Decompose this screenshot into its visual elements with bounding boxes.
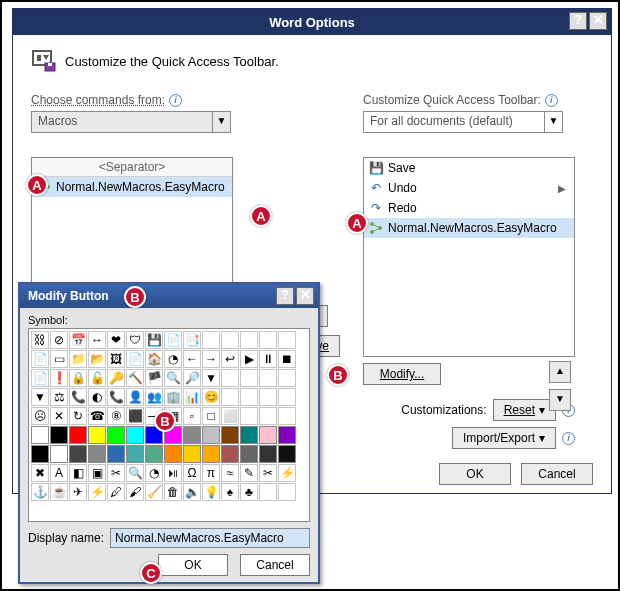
symbol-cell[interactable]: 🧹	[145, 483, 163, 501]
symbol-cell[interactable]: ▶	[240, 350, 258, 368]
symbol-cell[interactable]: 🖼	[107, 350, 125, 368]
dialog-ok-button[interactable]: OK	[158, 554, 228, 576]
close-button[interactable]: ✕	[589, 12, 607, 30]
qat-item-save[interactable]: 💾 Save	[364, 158, 574, 178]
symbol-color-cell[interactable]	[259, 445, 277, 463]
symbol-cell[interactable]: 💾	[145, 331, 163, 349]
symbol-cell[interactable]	[240, 369, 258, 387]
symbol-color-cell[interactable]	[69, 426, 87, 444]
symbol-cell[interactable]: 📂	[88, 350, 106, 368]
symbol-cell[interactable]: ▫	[183, 407, 201, 425]
symbol-cell[interactable]: ♣	[240, 483, 258, 501]
import-export-button[interactable]: Import/Export ▾	[452, 427, 556, 449]
symbol-cell[interactable]: ▼	[202, 369, 220, 387]
symbol-cell[interactable]: 📄	[164, 331, 182, 349]
symbol-cell[interactable]: 📅	[69, 331, 87, 349]
symbol-cell[interactable]: 🗑	[164, 483, 182, 501]
symbol-cell[interactable]: 👥	[145, 388, 163, 406]
symbol-cell[interactable]: ⚓	[31, 483, 49, 501]
symbol-cell[interactable]: 🏢	[164, 388, 182, 406]
qat-item-undo[interactable]: ↶ Undo ▶	[364, 178, 574, 198]
symbol-cell[interactable]: 🏠	[145, 350, 163, 368]
symbol-cell[interactable]: ◧	[69, 464, 87, 482]
symbol-cell[interactable]: ✈	[69, 483, 87, 501]
symbol-cell[interactable]: 📄	[31, 369, 49, 387]
move-down-button[interactable]: ▼	[549, 389, 571, 411]
symbol-cell[interactable]	[259, 407, 277, 425]
symbol-cell[interactable]	[202, 331, 220, 349]
scope-dropdown[interactable]: For all documents (default) ▼	[363, 111, 563, 133]
symbol-cell[interactable]: 📁	[69, 350, 87, 368]
macro-command-item[interactable]: Normal.NewMacros.EasyMacro	[32, 177, 232, 197]
separator-item[interactable]: <Separator>	[32, 158, 232, 177]
display-name-input[interactable]	[110, 528, 310, 548]
symbol-cell[interactable]: 📄	[31, 350, 49, 368]
symbol-cell[interactable]: ⛓	[31, 331, 49, 349]
symbol-cell[interactable]	[240, 388, 258, 406]
symbol-cell[interactable]: ◔	[164, 350, 182, 368]
symbol-cell[interactable]: 🔎	[183, 369, 201, 387]
symbol-cell[interactable]: ⚡	[88, 483, 106, 501]
symbol-cell[interactable]: 🛡	[126, 331, 144, 349]
symbol-cell[interactable]	[259, 483, 277, 501]
symbol-cell[interactable]: 🏴	[145, 369, 163, 387]
dialog-cancel-button[interactable]: Cancel	[240, 554, 310, 576]
symbol-cell[interactable]: ✂	[107, 464, 125, 482]
symbol-cell[interactable]: ≈	[221, 464, 239, 482]
symbol-cell[interactable]: 📞	[69, 388, 87, 406]
symbol-cell[interactable]: ☎	[88, 407, 106, 425]
symbol-cell[interactable]	[278, 369, 296, 387]
symbol-cell[interactable]: ❤	[107, 331, 125, 349]
ok-button[interactable]: OK	[439, 463, 511, 485]
symbol-cell[interactable]: □	[202, 407, 220, 425]
symbol-color-cell[interactable]	[221, 426, 239, 444]
symbol-cell[interactable]	[278, 483, 296, 501]
symbol-cell[interactable]	[278, 407, 296, 425]
symbol-cell[interactable]: ⚡	[278, 464, 296, 482]
close-button[interactable]: ✕	[296, 287, 314, 305]
symbol-color-cell[interactable]	[240, 426, 258, 444]
symbol-color-cell[interactable]	[240, 445, 258, 463]
symbol-color-cell[interactable]	[183, 445, 201, 463]
symbol-cell[interactable]	[259, 369, 277, 387]
symbol-color-cell[interactable]	[202, 445, 220, 463]
symbol-cell[interactable]: π	[202, 464, 220, 482]
symbol-cell[interactable]: ☕	[50, 483, 68, 501]
symbol-color-cell[interactable]	[202, 426, 220, 444]
reset-button[interactable]: Reset ▾	[493, 399, 556, 421]
cancel-button[interactable]: Cancel	[521, 463, 593, 485]
symbol-color-cell[interactable]	[88, 445, 106, 463]
symbol-color-cell[interactable]	[107, 445, 125, 463]
symbol-cell[interactable]: ◐	[88, 388, 106, 406]
symbol-color-cell[interactable]	[50, 426, 68, 444]
symbol-cell[interactable]: 📄	[126, 350, 144, 368]
symbol-cell[interactable]: ❗	[50, 369, 68, 387]
symbol-cell[interactable]: A	[50, 464, 68, 482]
symbol-cell[interactable]: ▣	[88, 464, 106, 482]
symbol-cell[interactable]: ↩	[221, 350, 239, 368]
symbol-cell[interactable]	[278, 388, 296, 406]
symbol-cell[interactable]: ⊘	[50, 331, 68, 349]
qat-list[interactable]: 💾 Save ↶ Undo ▶ ↷ Redo	[363, 157, 575, 357]
symbol-cell[interactable]: ⑧	[107, 407, 125, 425]
symbol-cell[interactable]: ☹	[31, 407, 49, 425]
symbol-cell[interactable]	[240, 407, 258, 425]
symbol-color-cell[interactable]	[221, 445, 239, 463]
symbol-cell[interactable]: ⬜	[221, 407, 239, 425]
modify-button[interactable]: Modify...	[363, 363, 441, 385]
symbol-cell[interactable]	[259, 388, 277, 406]
symbol-cell[interactable]: 📑	[183, 331, 201, 349]
chevron-down-icon[interactable]: ▼	[212, 112, 230, 132]
symbol-cell[interactable]: ⬛	[126, 407, 144, 425]
symbol-cell[interactable]	[278, 331, 296, 349]
symbol-color-cell[interactable]	[278, 426, 296, 444]
symbol-cell[interactable]: ◔	[145, 464, 163, 482]
symbol-cell[interactable]	[221, 388, 239, 406]
symbol-color-cell[interactable]	[31, 445, 49, 463]
choose-dropdown[interactable]: Macros ▼	[31, 111, 231, 133]
symbol-cell[interactable]: ▭	[50, 350, 68, 368]
symbol-color-cell[interactable]	[88, 426, 106, 444]
symbol-cell[interactable]: ✕	[50, 407, 68, 425]
symbol-cell[interactable]: 😊	[202, 388, 220, 406]
symbol-cell[interactable]: 📊	[183, 388, 201, 406]
